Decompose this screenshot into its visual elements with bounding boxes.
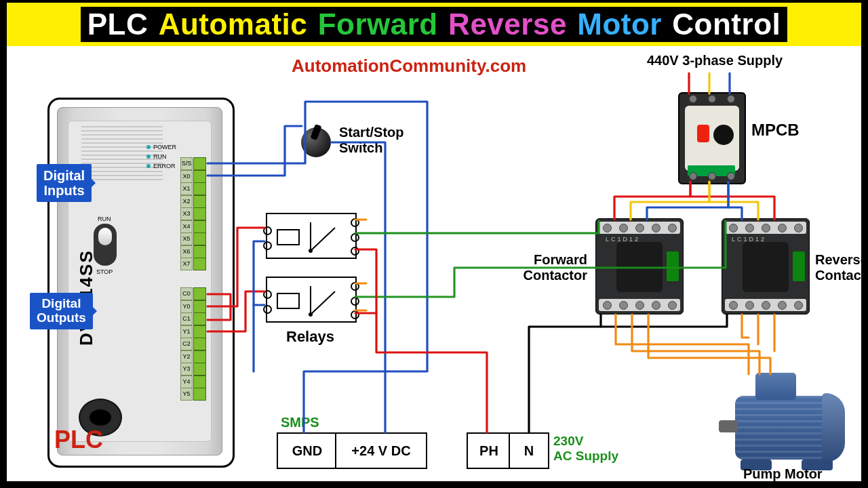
- title-word-automatic: Automatic: [159, 9, 308, 39]
- svg-point-0: [309, 249, 313, 253]
- diagram-canvas: PLC Automatic Forward Reverse Motor Cont…: [7, 7, 861, 481]
- digital-outputs-callout: DigitalOutputs: [30, 293, 93, 329]
- supply-440-label: 440V 3-phase Supply: [647, 53, 783, 68]
- relay-2: [266, 277, 357, 323]
- title-bar: PLC Automatic Forward Reverse Motor Cont…: [7, 3, 861, 46]
- title-word-forward: Forward: [318, 9, 438, 39]
- plc-run-stop-switch[interactable]: [94, 224, 117, 266]
- plc-run-label: RUN: [98, 216, 111, 222]
- digital-inputs-callout: DigitalInputs: [37, 164, 92, 202]
- title-word-plc: PLC: [87, 9, 149, 39]
- smps-gnd: GND: [277, 432, 338, 469]
- ac-supply-label: 230V AC Supply: [553, 434, 618, 464]
- title-word-motor: Motor: [577, 9, 662, 39]
- reverse-contactor[interactable]: LC1D12: [722, 218, 810, 314]
- forward-contactor-label: Forward Contactor: [524, 252, 587, 283]
- plc-input-terminals: S/SX0X1X2X3X4X5X6X7: [180, 157, 208, 270]
- reverse-contactor-label: Reverse Contactor: [815, 252, 868, 283]
- title-word-reverse: Reverse: [448, 9, 567, 39]
- svg-point-1: [309, 312, 313, 317]
- relays-label: Relays: [286, 328, 334, 346]
- title-word-control: Control: [672, 9, 781, 39]
- plc-label: PLC: [54, 426, 103, 454]
- smps-24v: +24 V DC: [335, 432, 427, 469]
- start-stop-label: Start/Stop Switch: [339, 125, 404, 156]
- plc-stop-label: STOP: [96, 268, 113, 275]
- website-watermark: AutomationCommunity.com: [292, 56, 526, 77]
- plc-status-leds: POWER RUN ERROR: [145, 142, 176, 171]
- motor-label: Pump Motor: [743, 466, 823, 482]
- pump-motor: [726, 369, 845, 470]
- relay-1: [266, 213, 357, 259]
- start-stop-switch[interactable]: [301, 127, 331, 157]
- plc-output-terminals: C0Y0C1Y1C2Y2Y3Y4Y5: [180, 287, 208, 401]
- mpcb-label: MPCB: [751, 121, 800, 140]
- smps-label: SMPS: [281, 415, 319, 430]
- ac-neutral: N: [509, 432, 549, 469]
- forward-contactor[interactable]: LC1D12: [595, 218, 684, 314]
- ac-phase: PH: [467, 432, 511, 469]
- mpcb-breaker[interactable]: [678, 92, 746, 184]
